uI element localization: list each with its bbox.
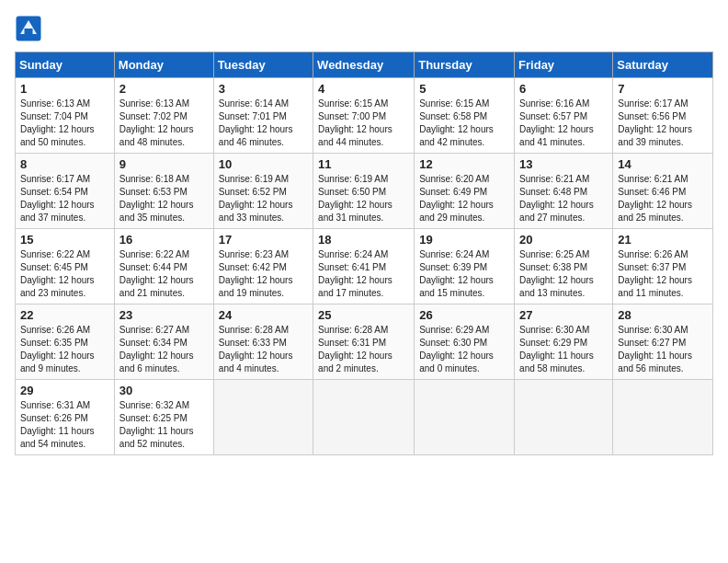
logo-icon [15,15,42,42]
day-info: Sunrise: 6:21 AM Sunset: 6:48 PM Dayligh… [519,173,608,224]
calendar-table: SundayMondayTuesdayWednesdayThursdayFrid… [15,52,713,455]
weekday-header-friday: Friday [515,52,613,78]
calendar-cell: 9Sunrise: 6:18 AM Sunset: 6:53 PM Daylig… [114,154,213,229]
day-number: 14 [618,157,708,171]
day-info: Sunrise: 6:26 AM Sunset: 6:37 PM Dayligh… [618,248,708,300]
day-info: Sunrise: 6:25 AM Sunset: 6:38 PM Dayligh… [519,248,608,300]
calendar-cell: 23Sunrise: 6:27 AM Sunset: 6:34 PM Dayli… [114,304,213,380]
calendar-cell: 27Sunrise: 6:30 AM Sunset: 6:29 PM Dayli… [515,304,613,380]
day-info: Sunrise: 6:15 AM Sunset: 6:58 PM Dayligh… [419,98,509,149]
day-number: 24 [219,308,308,322]
day-info: Sunrise: 6:20 AM Sunset: 6:49 PM Dayligh… [419,173,509,224]
day-info: Sunrise: 6:27 AM Sunset: 6:34 PM Dayligh… [119,324,209,375]
logo [15,15,46,42]
day-info: Sunrise: 6:14 AM Sunset: 7:01 PM Dayligh… [219,98,308,149]
day-number: 3 [219,82,308,96]
day-info: Sunrise: 6:23 AM Sunset: 6:42 PM Dayligh… [219,248,308,300]
week-row-5: 29Sunrise: 6:31 AM Sunset: 6:26 PM Dayli… [16,380,713,455]
day-number: 28 [618,308,708,322]
calendar-cell: 29Sunrise: 6:31 AM Sunset: 6:26 PM Dayli… [16,380,115,455]
day-info: Sunrise: 6:13 AM Sunset: 7:04 PM Dayligh… [20,98,109,149]
day-number: 7 [618,82,708,96]
day-number: 20 [519,233,608,247]
day-info: Sunrise: 6:16 AM Sunset: 6:57 PM Dayligh… [519,98,608,149]
calendar-cell: 7Sunrise: 6:17 AM Sunset: 6:56 PM Daylig… [613,78,713,154]
weekday-header-sunday: Sunday [16,52,115,78]
calendar-cell: 5Sunrise: 6:15 AM Sunset: 6:58 PM Daylig… [415,78,515,154]
day-number: 21 [618,233,708,247]
day-number: 25 [318,308,409,322]
calendar-cell [415,380,515,455]
calendar-cell: 14Sunrise: 6:21 AM Sunset: 6:46 PM Dayli… [613,154,713,229]
day-number: 29 [20,384,109,397]
calendar-cell: 24Sunrise: 6:28 AM Sunset: 6:33 PM Dayli… [213,304,313,380]
week-row-4: 22Sunrise: 6:26 AM Sunset: 6:35 PM Dayli… [16,304,713,380]
day-number: 23 [119,308,209,322]
day-number: 18 [318,233,409,247]
day-number: 6 [519,82,608,96]
calendar-cell: 12Sunrise: 6:20 AM Sunset: 6:49 PM Dayli… [415,154,515,229]
day-number: 2 [119,82,209,96]
weekday-header-thursday: Thursday [415,52,515,78]
day-info: Sunrise: 6:17 AM Sunset: 6:56 PM Dayligh… [618,98,708,149]
calendar-cell [515,380,613,455]
day-number: 19 [419,233,509,247]
weekday-header-tuesday: Tuesday [213,52,313,78]
calendar-cell: 11Sunrise: 6:19 AM Sunset: 6:50 PM Dayli… [313,154,415,229]
day-info: Sunrise: 6:21 AM Sunset: 6:46 PM Dayligh… [618,173,708,224]
week-row-3: 15Sunrise: 6:22 AM Sunset: 6:45 PM Dayli… [16,229,713,304]
day-number: 11 [318,157,409,171]
svg-rect-2 [25,29,33,34]
calendar-cell: 3Sunrise: 6:14 AM Sunset: 7:01 PM Daylig… [213,78,313,154]
calendar-cell: 1Sunrise: 6:13 AM Sunset: 7:04 PM Daylig… [16,78,115,154]
day-info: Sunrise: 6:24 AM Sunset: 6:39 PM Dayligh… [419,248,509,300]
day-info: Sunrise: 6:22 AM Sunset: 6:44 PM Dayligh… [119,248,209,300]
day-number: 15 [20,233,109,247]
day-number: 4 [318,82,409,96]
weekday-header-monday: Monday [114,52,213,78]
calendar-cell: 28Sunrise: 6:30 AM Sunset: 6:27 PM Dayli… [613,304,713,380]
day-info: Sunrise: 6:13 AM Sunset: 7:02 PM Dayligh… [119,98,209,149]
day-info: Sunrise: 6:30 AM Sunset: 6:29 PM Dayligh… [519,324,608,375]
day-info: Sunrise: 6:32 AM Sunset: 6:25 PM Dayligh… [119,399,209,451]
calendar-cell: 16Sunrise: 6:22 AM Sunset: 6:44 PM Dayli… [114,229,213,304]
day-number: 1 [20,82,109,96]
day-number: 16 [119,233,209,247]
day-number: 27 [519,308,608,322]
day-number: 26 [419,308,509,322]
calendar-cell: 18Sunrise: 6:24 AM Sunset: 6:41 PM Dayli… [313,229,415,304]
calendar-cell [313,380,415,455]
day-number: 8 [20,157,109,171]
day-number: 10 [219,157,308,171]
calendar-cell: 10Sunrise: 6:19 AM Sunset: 6:52 PM Dayli… [213,154,313,229]
calendar-cell: 6Sunrise: 6:16 AM Sunset: 6:57 PM Daylig… [515,78,613,154]
day-info: Sunrise: 6:28 AM Sunset: 6:31 PM Dayligh… [318,324,409,375]
day-info: Sunrise: 6:29 AM Sunset: 6:30 PM Dayligh… [419,324,509,375]
calendar-cell: 25Sunrise: 6:28 AM Sunset: 6:31 PM Dayli… [313,304,415,380]
calendar-cell: 15Sunrise: 6:22 AM Sunset: 6:45 PM Dayli… [16,229,115,304]
day-info: Sunrise: 6:28 AM Sunset: 6:33 PM Dayligh… [219,324,308,375]
calendar-cell: 13Sunrise: 6:21 AM Sunset: 6:48 PM Dayli… [515,154,613,229]
calendar-cell: 4Sunrise: 6:15 AM Sunset: 7:00 PM Daylig… [313,78,415,154]
day-number: 22 [20,308,109,322]
week-row-2: 8Sunrise: 6:17 AM Sunset: 6:54 PM Daylig… [16,154,713,229]
day-info: Sunrise: 6:15 AM Sunset: 7:00 PM Dayligh… [318,98,409,149]
calendar-cell: 20Sunrise: 6:25 AM Sunset: 6:38 PM Dayli… [515,229,613,304]
day-number: 9 [119,157,209,171]
day-info: Sunrise: 6:30 AM Sunset: 6:27 PM Dayligh… [618,324,708,375]
calendar-cell [613,380,713,455]
day-info: Sunrise: 6:22 AM Sunset: 6:45 PM Dayligh… [20,248,109,300]
weekday-header-wednesday: Wednesday [313,52,415,78]
day-number: 17 [219,233,308,247]
page-header [15,15,713,42]
day-info: Sunrise: 6:31 AM Sunset: 6:26 PM Dayligh… [20,399,109,451]
week-row-1: 1Sunrise: 6:13 AM Sunset: 7:04 PM Daylig… [16,78,713,154]
day-number: 12 [419,157,509,171]
calendar-cell: 8Sunrise: 6:17 AM Sunset: 6:54 PM Daylig… [16,154,115,229]
calendar-cell: 30Sunrise: 6:32 AM Sunset: 6:25 PM Dayli… [114,380,213,455]
calendar-cell [213,380,313,455]
day-info: Sunrise: 6:19 AM Sunset: 6:52 PM Dayligh… [219,173,308,224]
weekday-header-row: SundayMondayTuesdayWednesdayThursdayFrid… [16,52,713,78]
calendar-cell: 19Sunrise: 6:24 AM Sunset: 6:39 PM Dayli… [415,229,515,304]
day-number: 30 [119,384,209,397]
